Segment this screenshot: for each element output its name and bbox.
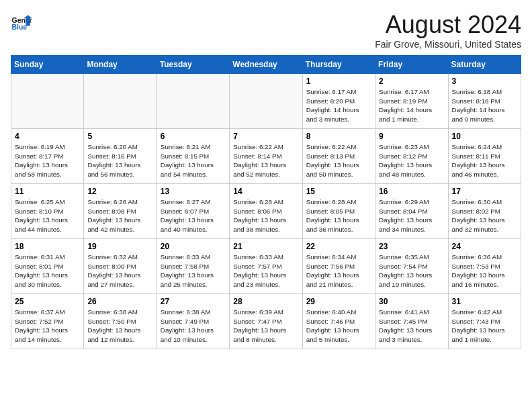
day-detail: Sunrise: 6:25 AMSunset: 8:10 PMDaylight:… bbox=[15, 197, 80, 234]
day-number: 24 bbox=[452, 242, 517, 251]
day-cell: 28Sunrise: 6:39 AMSunset: 7:47 PMDayligh… bbox=[230, 294, 302, 349]
day-cell: 19Sunrise: 6:32 AMSunset: 8:00 PMDayligh… bbox=[84, 239, 157, 294]
day-number: 26 bbox=[87, 297, 152, 306]
page-header: General Blue August 2024 Fair Grove, Mis… bbox=[11, 11, 521, 50]
day-cell bbox=[11, 74, 84, 129]
day-detail: Sunrise: 6:32 AMSunset: 8:00 PMDaylight:… bbox=[87, 253, 152, 289]
day-number: 25 bbox=[15, 297, 80, 306]
day-detail: Sunrise: 6:29 AMSunset: 8:04 PMDaylight:… bbox=[379, 197, 444, 234]
logo: General Blue bbox=[11, 11, 32, 32]
day-cell: 20Sunrise: 6:33 AMSunset: 7:58 PMDayligh… bbox=[157, 239, 229, 294]
day-cell: 18Sunrise: 6:31 AMSunset: 8:01 PMDayligh… bbox=[11, 239, 84, 294]
day-number: 16 bbox=[379, 187, 444, 196]
day-number: 4 bbox=[15, 132, 80, 141]
day-number: 17 bbox=[452, 187, 517, 196]
day-number: 11 bbox=[15, 187, 80, 196]
day-number: 21 bbox=[233, 242, 298, 251]
day-cell: 8Sunrise: 6:22 AMSunset: 8:13 PMDaylight… bbox=[302, 129, 375, 184]
day-cell bbox=[230, 74, 302, 129]
day-detail: Sunrise: 6:42 AMSunset: 7:43 PMDaylight:… bbox=[452, 308, 517, 345]
week-row-5: 25Sunrise: 6:37 AMSunset: 7:52 PMDayligh… bbox=[11, 294, 521, 349]
day-cell: 17Sunrise: 6:30 AMSunset: 8:02 PMDayligh… bbox=[448, 184, 521, 239]
day-cell: 25Sunrise: 6:37 AMSunset: 7:52 PMDayligh… bbox=[11, 294, 84, 349]
day-cell bbox=[157, 74, 229, 129]
day-number: 23 bbox=[379, 242, 444, 251]
day-detail: Sunrise: 6:21 AMSunset: 8:15 PMDaylight:… bbox=[161, 142, 226, 179]
day-cell: 23Sunrise: 6:35 AMSunset: 7:54 PMDayligh… bbox=[375, 239, 448, 294]
title-block: August 2024 Fair Grove, Missouri, United… bbox=[375, 11, 521, 50]
calendar-table: SundayMondayTuesdayWednesdayThursdayFrid… bbox=[11, 55, 521, 349]
day-detail: Sunrise: 6:23 AMSunset: 8:12 PMDaylight:… bbox=[379, 142, 444, 179]
day-cell: 9Sunrise: 6:23 AMSunset: 8:12 PMDaylight… bbox=[375, 129, 448, 184]
day-detail: Sunrise: 6:37 AMSunset: 7:52 PMDaylight:… bbox=[15, 308, 80, 345]
day-detail: Sunrise: 6:26 AMSunset: 8:08 PMDaylight:… bbox=[87, 197, 152, 234]
day-cell: 11Sunrise: 6:25 AMSunset: 8:10 PMDayligh… bbox=[11, 184, 84, 239]
day-cell: 3Sunrise: 6:18 AMSunset: 8:18 PMDaylight… bbox=[448, 74, 521, 129]
day-detail: Sunrise: 6:28 AMSunset: 8:05 PMDaylight:… bbox=[306, 197, 371, 234]
day-cell: 27Sunrise: 6:38 AMSunset: 7:49 PMDayligh… bbox=[157, 294, 229, 349]
week-row-2: 4Sunrise: 6:19 AMSunset: 8:17 PMDaylight… bbox=[11, 129, 521, 184]
col-header-tuesday: Tuesday bbox=[157, 56, 229, 74]
day-number: 13 bbox=[161, 187, 226, 196]
day-detail: Sunrise: 6:40 AMSunset: 7:46 PMDaylight:… bbox=[306, 308, 371, 345]
week-row-1: 1Sunrise: 6:17 AMSunset: 8:20 PMDaylight… bbox=[11, 74, 521, 129]
day-detail: Sunrise: 6:33 AMSunset: 7:57 PMDaylight:… bbox=[233, 253, 298, 289]
col-header-wednesday: Wednesday bbox=[230, 56, 302, 74]
day-detail: Sunrise: 6:30 AMSunset: 8:02 PMDaylight:… bbox=[452, 197, 517, 234]
day-detail: Sunrise: 6:31 AMSunset: 8:01 PMDaylight:… bbox=[15, 253, 80, 289]
day-number: 1 bbox=[306, 77, 371, 86]
day-detail: Sunrise: 6:41 AMSunset: 7:45 PMDaylight:… bbox=[379, 308, 444, 345]
day-number: 28 bbox=[233, 297, 298, 306]
day-detail: Sunrise: 6:17 AMSunset: 8:19 PMDaylight:… bbox=[379, 87, 444, 124]
day-number: 14 bbox=[233, 187, 298, 196]
day-number: 31 bbox=[452, 297, 517, 306]
day-number: 27 bbox=[161, 297, 226, 306]
day-cell: 15Sunrise: 6:28 AMSunset: 8:05 PMDayligh… bbox=[302, 184, 375, 239]
svg-text:Blue: Blue bbox=[12, 24, 28, 31]
day-cell: 22Sunrise: 6:34 AMSunset: 7:56 PMDayligh… bbox=[302, 239, 375, 294]
day-detail: Sunrise: 6:39 AMSunset: 7:47 PMDaylight:… bbox=[233, 308, 298, 345]
day-number: 6 bbox=[161, 132, 226, 141]
week-row-4: 18Sunrise: 6:31 AMSunset: 8:01 PMDayligh… bbox=[11, 239, 521, 294]
day-detail: Sunrise: 6:27 AMSunset: 8:07 PMDaylight:… bbox=[161, 197, 226, 234]
day-detail: Sunrise: 6:19 AMSunset: 8:17 PMDaylight:… bbox=[15, 142, 80, 179]
day-number: 19 bbox=[87, 242, 152, 251]
day-cell: 4Sunrise: 6:19 AMSunset: 8:17 PMDaylight… bbox=[11, 129, 84, 184]
day-cell: 21Sunrise: 6:33 AMSunset: 7:57 PMDayligh… bbox=[230, 239, 302, 294]
day-detail: Sunrise: 6:33 AMSunset: 7:58 PMDaylight:… bbox=[161, 253, 226, 289]
day-cell: 16Sunrise: 6:29 AMSunset: 8:04 PMDayligh… bbox=[375, 184, 448, 239]
header-row: SundayMondayTuesdayWednesdayThursdayFrid… bbox=[11, 56, 521, 74]
day-number: 8 bbox=[306, 132, 371, 141]
day-number: 2 bbox=[379, 77, 444, 86]
day-cell: 12Sunrise: 6:26 AMSunset: 8:08 PMDayligh… bbox=[84, 184, 157, 239]
day-cell: 29Sunrise: 6:40 AMSunset: 7:46 PMDayligh… bbox=[302, 294, 375, 349]
day-detail: Sunrise: 6:20 AMSunset: 8:16 PMDaylight:… bbox=[87, 142, 152, 179]
day-number: 30 bbox=[379, 297, 444, 306]
day-detail: Sunrise: 6:22 AMSunset: 8:13 PMDaylight:… bbox=[306, 142, 371, 179]
col-header-friday: Friday bbox=[375, 56, 448, 74]
col-header-thursday: Thursday bbox=[302, 56, 375, 74]
day-detail: Sunrise: 6:22 AMSunset: 8:14 PMDaylight:… bbox=[233, 142, 298, 179]
day-cell bbox=[84, 74, 157, 129]
day-detail: Sunrise: 6:35 AMSunset: 7:54 PMDaylight:… bbox=[379, 253, 444, 289]
day-detail: Sunrise: 6:28 AMSunset: 8:06 PMDaylight:… bbox=[233, 197, 298, 234]
day-detail: Sunrise: 6:36 AMSunset: 7:53 PMDaylight:… bbox=[452, 253, 517, 289]
day-cell: 5Sunrise: 6:20 AMSunset: 8:16 PMDaylight… bbox=[84, 129, 157, 184]
day-cell: 14Sunrise: 6:28 AMSunset: 8:06 PMDayligh… bbox=[230, 184, 302, 239]
day-cell: 13Sunrise: 6:27 AMSunset: 8:07 PMDayligh… bbox=[157, 184, 229, 239]
day-cell: 30Sunrise: 6:41 AMSunset: 7:45 PMDayligh… bbox=[375, 294, 448, 349]
day-detail: Sunrise: 6:38 AMSunset: 7:49 PMDaylight:… bbox=[161, 308, 226, 345]
day-detail: Sunrise: 6:34 AMSunset: 7:56 PMDaylight:… bbox=[306, 253, 371, 289]
week-row-3: 11Sunrise: 6:25 AMSunset: 8:10 PMDayligh… bbox=[11, 184, 521, 239]
day-cell: 1Sunrise: 6:17 AMSunset: 8:20 PMDaylight… bbox=[302, 74, 375, 129]
col-header-saturday: Saturday bbox=[448, 56, 521, 74]
day-detail: Sunrise: 6:24 AMSunset: 8:11 PMDaylight:… bbox=[452, 142, 517, 179]
col-header-monday: Monday bbox=[84, 56, 157, 74]
day-cell: 7Sunrise: 6:22 AMSunset: 8:14 PMDaylight… bbox=[230, 129, 302, 184]
day-number: 15 bbox=[306, 187, 371, 196]
day-number: 29 bbox=[306, 297, 371, 306]
day-number: 9 bbox=[379, 132, 444, 141]
day-number: 22 bbox=[306, 242, 371, 251]
day-number: 10 bbox=[452, 132, 517, 141]
day-detail: Sunrise: 6:38 AMSunset: 7:50 PMDaylight:… bbox=[87, 308, 152, 345]
